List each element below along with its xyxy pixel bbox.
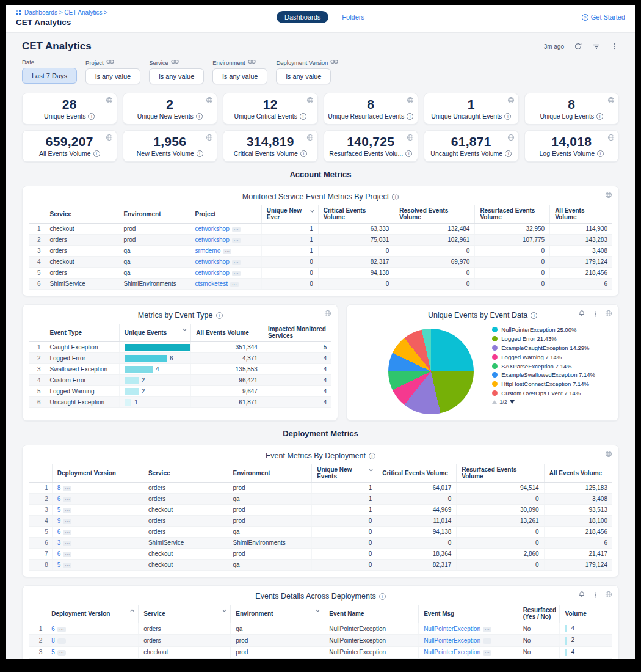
- column-header-event-name[interactable]: Event Name: [324, 605, 419, 623]
- column-header-environment[interactable]: Environment: [228, 464, 312, 483]
- legend-item-logged-error[interactable]: Logged Error 21.43%: [492, 335, 608, 343]
- get-started-link[interactable]: ? Get Started: [582, 13, 625, 21]
- cell-link[interactable]: NullPointerException: [424, 626, 480, 632]
- column-header-critical-events-volume[interactable]: Critical Events Volume: [377, 464, 457, 483]
- column-header-all-events-volume[interactable]: All Events Volume: [544, 464, 612, 483]
- column-header-impacted-monitored-services[interactable]: Impacted Monitored Services: [263, 324, 331, 342]
- column-header-service[interactable]: Service: [45, 205, 118, 224]
- legend-item-saxparseexception[interactable]: SAXParseException 7.14%: [492, 363, 608, 370]
- bell-icon[interactable]: [578, 310, 585, 317]
- cell-link[interactable]: cetworkshop: [195, 269, 230, 276]
- filter-value-button[interactable]: is any value: [212, 68, 267, 84]
- column-header-event-type[interactable]: Event Type: [45, 324, 119, 342]
- more-chip[interactable]: ···: [483, 627, 491, 632]
- cell-link[interactable]: 6: [57, 495, 61, 502]
- more-chip[interactable]: ···: [63, 530, 71, 535]
- cell-link[interactable]: 3: [57, 539, 61, 546]
- column-header-service[interactable]: Service: [139, 605, 231, 623]
- column-header-resurfaced[interactable]: Resurfaced(Yes / No): [518, 605, 560, 623]
- legend-item-httphostconnectexception[interactable]: HttpHostConnectException 7.14%: [492, 381, 608, 388]
- cell-link[interactable]: ctsmoketest: [195, 280, 228, 287]
- info-icon[interactable]: i: [93, 150, 100, 157]
- filter-value-button[interactable]: is any value: [276, 68, 331, 84]
- more-chip[interactable]: ···: [232, 238, 241, 243]
- tab-folders[interactable]: Folders: [342, 13, 364, 21]
- legend-item-logged-warning[interactable]: Logged Warning 7.14%: [492, 354, 608, 361]
- more-chip[interactable]: ···: [63, 508, 71, 513]
- column-header-unique-events[interactable]: Unique Events: [119, 324, 191, 342]
- more-chip[interactable]: ···: [483, 638, 491, 644]
- cell-link[interactable]: 5: [57, 506, 61, 513]
- info-icon[interactable]: i: [505, 150, 512, 157]
- legend-item-nullpointerexception[interactable]: NullPointerException 25.00%: [492, 326, 608, 334]
- info-icon[interactable]: i: [369, 453, 375, 459]
- column-header-service[interactable]: Service: [143, 464, 228, 483]
- more-chip[interactable]: ···: [57, 627, 66, 632]
- filter-value-button[interactable]: is any value: [85, 68, 140, 84]
- column-header-resurfaced-events-volume[interactable]: Resurfaced Events Volume: [457, 464, 544, 483]
- info-icon[interactable]: i: [88, 113, 95, 120]
- column-header-deployment-version[interactable]: Deployment Version: [46, 605, 139, 623]
- cell-link[interactable]: 6: [51, 626, 55, 632]
- more-chip[interactable]: ···: [223, 249, 231, 254]
- cell-link[interactable]: NullPointerException: [424, 637, 480, 644]
- cell-link[interactable]: 8: [51, 637, 55, 644]
- column-header-resurfaced-events-volume[interactable]: Resurfaced Events Volume: [475, 205, 550, 224]
- legend-page-down-icon[interactable]: [510, 400, 515, 404]
- more-chip[interactable]: ···: [63, 563, 71, 568]
- bell-icon[interactable]: [578, 591, 585, 598]
- column-header-environment[interactable]: Environment: [231, 605, 324, 623]
- cell-link[interactable]: cetworkshop: [195, 236, 230, 243]
- cell-link[interactable]: 6: [57, 528, 61, 535]
- info-icon[interactable]: i: [300, 150, 307, 157]
- cell-link[interactable]: 8: [57, 484, 61, 491]
- info-icon[interactable]: i: [597, 150, 604, 157]
- more-chip[interactable]: ···: [63, 552, 71, 557]
- column-header-event-msg[interactable]: Event Msg: [419, 605, 518, 623]
- filter-value-button[interactable]: Last 7 Days: [22, 68, 77, 84]
- column-header-environment[interactable]: Environment: [118, 205, 190, 224]
- column-header-resolved-events-volume[interactable]: Resolved Events Volume: [394, 205, 475, 224]
- column-header-unique-new-events[interactable]: Unique New Events: [312, 464, 377, 483]
- kebab-menu-icon[interactable]: [610, 42, 619, 51]
- info-icon[interactable]: i: [405, 150, 412, 157]
- cell-link[interactable]: 9: [57, 517, 61, 524]
- more-chip[interactable]: ···: [57, 638, 66, 644]
- info-icon[interactable]: i: [392, 194, 399, 200]
- legend-item-examplecaughtexception[interactable]: ExampleCaughtException 14.29%: [492, 345, 608, 352]
- info-icon[interactable]: i: [379, 593, 386, 600]
- cell-link[interactable]: 6: [57, 550, 61, 557]
- info-icon[interactable]: i: [216, 312, 223, 319]
- more-chip[interactable]: ···: [483, 650, 491, 656]
- more-chip[interactable]: ···: [63, 497, 71, 502]
- more-chip[interactable]: ···: [57, 650, 66, 656]
- column-header-all-events-volume[interactable]: All Events Volume: [191, 324, 263, 342]
- info-icon[interactable]: i: [504, 113, 511, 120]
- info-icon[interactable]: i: [196, 113, 203, 120]
- cell-link[interactable]: 5: [57, 561, 61, 568]
- filter-value-button[interactable]: is any value: [149, 68, 204, 84]
- cell-link[interactable]: NullPointerException: [424, 649, 480, 656]
- cell-link[interactable]: cetworkshop: [195, 225, 230, 232]
- pie-chart[interactable]: [388, 329, 474, 414]
- info-icon[interactable]: i: [596, 113, 603, 120]
- info-icon[interactable]: i: [531, 312, 537, 319]
- kebab-menu-icon[interactable]: [592, 591, 599, 598]
- refresh-icon[interactable]: [574, 42, 582, 51]
- column-header-deployment-version[interactable]: Deployment Version: [52, 464, 143, 483]
- more-chip[interactable]: ···: [63, 486, 71, 491]
- cell-link[interactable]: 5: [51, 649, 55, 656]
- kebab-menu-icon[interactable]: [592, 310, 599, 317]
- legend-item-custom-overops-event[interactable]: Custom OverOps Event 7.14%: [492, 390, 608, 397]
- legend-item-exampleswallowedexception[interactable]: ExampleSwallowedException 7.14%: [492, 371, 608, 379]
- more-chip[interactable]: ···: [232, 227, 241, 232]
- cell-link[interactable]: cetworkshop: [195, 258, 230, 265]
- column-header-unique-new-ever[interactable]: Unique New Ever: [261, 205, 318, 224]
- column-header-project[interactable]: Project: [190, 205, 261, 224]
- filter-icon[interactable]: [592, 42, 601, 51]
- more-chip[interactable]: ···: [63, 541, 71, 546]
- more-chip[interactable]: ···: [230, 282, 239, 287]
- cell-link[interactable]: srmdemo: [195, 247, 221, 254]
- info-icon[interactable]: i: [300, 113, 306, 120]
- info-icon[interactable]: i: [197, 150, 203, 157]
